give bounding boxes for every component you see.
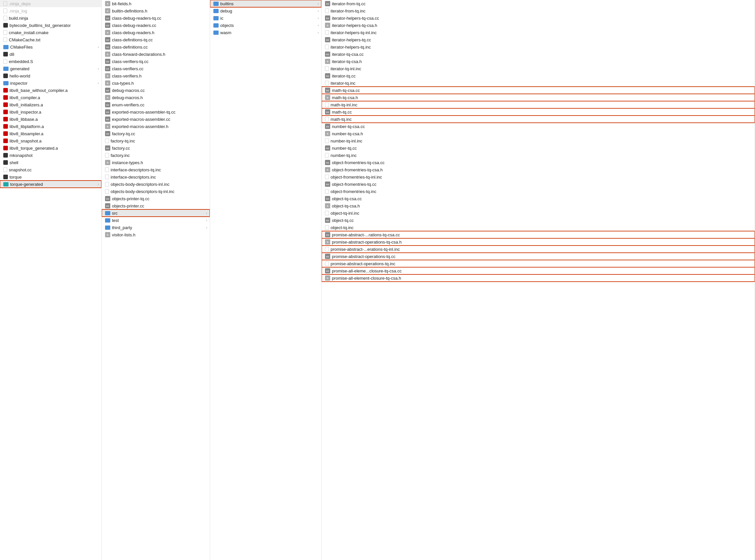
list-item[interactable]: libv8_libsampler.a (0, 130, 101, 137)
list-item[interactable]: objects› (210, 22, 321, 29)
list-item[interactable]: ccclass-definitions.cc (102, 43, 210, 51)
list-item[interactable]: ccmath-tq.cc (322, 108, 755, 116)
list-item[interactable]: .ninja_log (0, 7, 101, 15)
list-item[interactable]: test› (102, 217, 210, 224)
list-item[interactable]: ccclass-definitions-tq.cc (102, 36, 210, 43)
list-item[interactable]: promise-abstract-operations-tq.inc (322, 260, 755, 267)
list-item[interactable]: hinstance-types.h (102, 159, 210, 166)
list-item[interactable]: debug› (210, 7, 321, 15)
list-item[interactable]: cciterator-helpers-tq.cc (322, 36, 755, 43)
list-item[interactable]: libv8_inspector.a (0, 108, 101, 116)
list-item[interactable]: .ninja_deps (0, 0, 101, 7)
list-item[interactable]: libv8_initializers.a (0, 101, 101, 108)
list-item[interactable]: math-tq-inl.inc (322, 101, 755, 108)
list-item[interactable]: objects-body-descriptors-inl.inc (102, 181, 210, 188)
list-item[interactable]: ccobjects-printer.cc (102, 202, 210, 209)
list-item[interactable]: cciterator-from-tq.cc (322, 0, 755, 7)
list-item[interactable]: ccclass-debug-readers.cc (102, 22, 210, 29)
list-item[interactable]: libv8_libbase.a (0, 116, 101, 123)
list-item[interactable]: libv8_torque_generated.a (0, 144, 101, 152)
list-item[interactable]: hpromise-abstract-operations-tq-csa.h (322, 238, 755, 245)
list-item[interactable]: iterator-from-tq.inc (322, 7, 755, 15)
list-item[interactable]: ccpromise-abstract-operations-tq.cc (322, 253, 755, 260)
list-item[interactable]: hexported-macros-assembler.h (102, 123, 210, 130)
list-item[interactable]: ccexported-macros-assembler.cc (102, 116, 210, 123)
list-item[interactable]: libv8_base_without_compiler.a (0, 87, 101, 94)
list-item[interactable]: hiterator-tq-csa.h (322, 58, 755, 65)
list-item[interactable]: libv8_snapshot.a (0, 137, 101, 144)
list-item[interactable]: iterator-helpers-tq-inl.inc (322, 29, 755, 36)
list-item[interactable]: ccpromise-all-eleme...closure-tq-csa.cc (322, 267, 755, 275)
list-item[interactable]: hmath-tq-csa.h (322, 94, 755, 101)
list-item[interactable]: ccobject-tq.cc (322, 217, 755, 224)
list-item[interactable]: hbit-fields.h (102, 0, 210, 7)
list-item[interactable]: ccnumber-tq.cc (322, 144, 755, 152)
list-item[interactable]: interface-descriptors.inc (102, 173, 210, 181)
list-item[interactable]: wasm› (210, 29, 321, 36)
list-item[interactable]: hnumber-tq-csa.h (322, 130, 755, 137)
list-item[interactable]: interface-descriptors-tq.inc (102, 166, 210, 173)
list-item[interactable]: ccpromise-abstract-...rations-tq-csa.cc (322, 231, 755, 238)
list-item[interactable]: hiterator-helpers-tq-csa.h (322, 22, 755, 29)
list-item[interactable]: object-fromentries-tq-inl.inc (322, 173, 755, 181)
list-item[interactable]: ccdebug-macros.cc (102, 87, 210, 94)
list-item[interactable]: objects-body-descriptors-tq-inl.inc (102, 188, 210, 195)
list-item[interactable]: ccclass-verifiers-tq.cc (102, 58, 210, 65)
list-item[interactable]: ccclass-debug-readers-tq.cc (102, 15, 210, 22)
list-item[interactable]: embedded.S (0, 58, 101, 65)
list-item[interactable]: hcsa-types.h (102, 79, 210, 87)
list-item[interactable]: hclass-debug-readers.h (102, 29, 210, 36)
list-item[interactable]: ccnumber-tq-csa.cc (322, 123, 755, 130)
list-item[interactable]: hclass-forward-declarations.h (102, 51, 210, 58)
list-item[interactable]: bytecode_builtins_list_generator (0, 22, 101, 29)
list-item[interactable]: iterator-helpers-tq.inc (322, 43, 755, 51)
list-item[interactable]: hpromise-all-element-closure-tq-csa.h (322, 275, 755, 282)
list-item[interactable]: object-fromentries-tq.inc (322, 188, 755, 195)
list-item[interactable]: torque (0, 173, 101, 181)
list-item[interactable]: ccexported-macros-assembler-tq.cc (102, 108, 210, 116)
list-item[interactable]: builtins› (210, 0, 321, 7)
list-item[interactable]: inspector› (0, 79, 101, 87)
list-item[interactable]: cciterator-tq.cc (322, 72, 755, 79)
list-item[interactable]: cciterator-tq-csa.cc (322, 51, 755, 58)
list-item[interactable]: d8 (0, 51, 101, 58)
list-item[interactable]: cmake_install.cmake (0, 29, 101, 36)
list-item[interactable]: number-tq-inl.inc (322, 137, 755, 144)
list-item[interactable]: CMakeCache.txt (0, 36, 101, 43)
list-item[interactable]: ccobjects-printer-tq.cc (102, 195, 210, 202)
list-item[interactable]: hbuiltin-definitions.h (102, 7, 210, 15)
list-item[interactable]: object-tq.inc (322, 224, 755, 231)
list-item[interactable]: hclass-verifiers.h (102, 72, 210, 79)
list-item[interactable]: number-tq.inc (322, 152, 755, 159)
list-item[interactable]: hdebug-macros.h (102, 94, 210, 101)
list-item[interactable]: libv8_compiler.a (0, 94, 101, 101)
list-item[interactable]: build.ninja (0, 15, 101, 22)
list-item[interactable]: math-tq.inc (322, 116, 755, 123)
list-item[interactable]: src› (102, 209, 210, 217)
list-item[interactable]: ccfactory.cc (102, 144, 210, 152)
list-item[interactable]: cciterator-helpers-tq-csa.cc (322, 15, 755, 22)
list-item[interactable]: factory.inc (102, 152, 210, 159)
list-item[interactable]: object-tq-inl.inc (322, 209, 755, 217)
list-item[interactable]: iterator-tq-inl.inc (322, 65, 755, 72)
list-item[interactable]: ccmath-tq-csa.cc (322, 87, 755, 94)
list-item[interactable]: ccobject-fromentries-tq.cc (322, 181, 755, 188)
list-item[interactable]: ccclass-verifiers.cc (102, 65, 210, 72)
list-item[interactable]: hvisitor-lists.h (102, 231, 210, 238)
list-item[interactable]: torque-generated› (0, 181, 101, 188)
list-item[interactable]: promise-abstract-...erations-tq-inl.inc (322, 245, 755, 253)
list-item[interactable]: generated› (0, 65, 101, 72)
list-item[interactable]: hello-world (0, 72, 101, 79)
list-item[interactable]: ccenum-verifiers.cc (102, 101, 210, 108)
list-item[interactable]: hobject-tq-csa.h (322, 202, 755, 209)
list-item[interactable]: mksnapshot (0, 152, 101, 159)
list-item[interactable]: factory-tq.inc (102, 137, 210, 144)
list-item[interactable]: CMakeFiles› (0, 43, 101, 51)
list-item[interactable]: ccobject-fromentries-tq-csa.cc (322, 159, 755, 166)
list-item[interactable]: third_party› (102, 224, 210, 231)
list-item[interactable]: libv8_libplatform.a (0, 123, 101, 130)
list-item[interactable]: iterator-tq.inc (322, 79, 755, 87)
list-item[interactable]: hobject-fromentries-tq-csa.h (322, 166, 755, 173)
list-item[interactable]: ccfactory-tq.cc (102, 130, 210, 137)
list-item[interactable]: snapshot.cc (0, 166, 101, 173)
